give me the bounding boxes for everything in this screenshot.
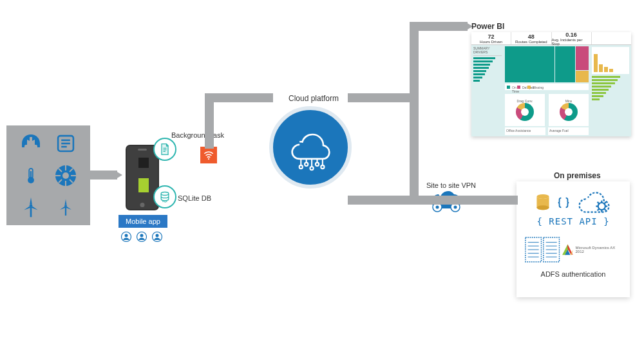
cloud-gear-icon [576,190,612,215]
cloud-platform-label: Cloud platform [289,94,339,103]
svg-point-29 [208,158,209,160]
document-icon [153,138,176,161]
vpn-label: Site to site VPN [426,181,476,189]
rest-api-label: { REST API } [524,216,622,226]
connector [348,93,419,102]
badge-icon [53,131,79,156]
windmill-icon [53,195,79,221]
pbi-center: On TimeDelayedMissing Drag Conv. Mins Of… [504,45,590,136]
sqlite-db-label: SQLite DB [178,194,211,202]
mobile-users [121,232,162,242]
pbi-donut [560,103,578,121]
user-icon [137,232,147,242]
user-icon [121,232,131,242]
svg-rect-18 [30,205,32,217]
server-rack-icon [524,235,542,264]
svg-point-26 [156,234,159,237]
svg-point-47 [598,203,605,210]
connector [410,22,419,99]
adfs-label: ADFS authentication [524,270,622,278]
on-premises-panel: { REST API } Microsoft Dynamics AX 2012 … [516,181,630,297]
wifi-icon [200,147,217,163]
source-devices-panel [6,125,90,225]
server-rack-icon [542,235,560,264]
svg-point-22 [125,234,128,237]
svg-point-27 [161,192,169,196]
connector [205,93,273,102]
on-premises-label: On premises [554,171,601,180]
helmet-icon [18,131,44,156]
svg-point-42 [436,206,439,209]
svg-point-8 [62,172,69,179]
svg-rect-20 [65,206,66,216]
cloud-network-icon [269,106,352,189]
svg-point-35 [310,167,313,170]
user-icon [152,232,162,242]
svg-line-53 [605,209,606,210]
svg-point-39 [321,165,324,169]
svg-line-55 [598,209,599,210]
svg-line-52 [598,202,599,203]
sql-server-icon [535,193,551,212]
connector [410,93,419,205]
svg-point-24 [140,234,144,237]
svg-text:SQL: SQL [162,199,168,203]
svg-line-54 [605,202,606,203]
pbi-right-bars [590,45,631,136]
pbi-left-bars: SUMMARY DRIVERS [471,45,504,136]
pbi-donut [516,103,534,121]
svg-point-31 [299,165,303,169]
svg-point-37 [316,163,319,166]
background-task-label: Background task [171,131,224,139]
pbi-treemap [505,46,589,82]
windmill-icon [18,195,44,221]
turbine-icon [53,163,79,189]
svg-point-33 [305,163,308,166]
connector [348,196,518,205]
power-bi-dashboard: 72Hours Driven 48Routes Completed 0.16Av… [471,32,631,136]
connector [90,170,117,180]
power-bi-label: Power BI [471,22,504,31]
sql-database-icon: SQL [153,185,176,208]
svg-point-43 [454,206,457,209]
svg-point-46 [536,205,549,210]
dynamics-logo-icon: Microsoft Dynamics AX 2012 [561,243,622,257]
mobile-app-label: Mobile app [118,215,167,228]
thermometer-icon [18,163,44,189]
code-braces-icon [556,196,571,210]
pbi-kpi-row: 72Hours Driven 48Routes Completed 0.16Av… [471,32,631,45]
connector [410,22,468,31]
